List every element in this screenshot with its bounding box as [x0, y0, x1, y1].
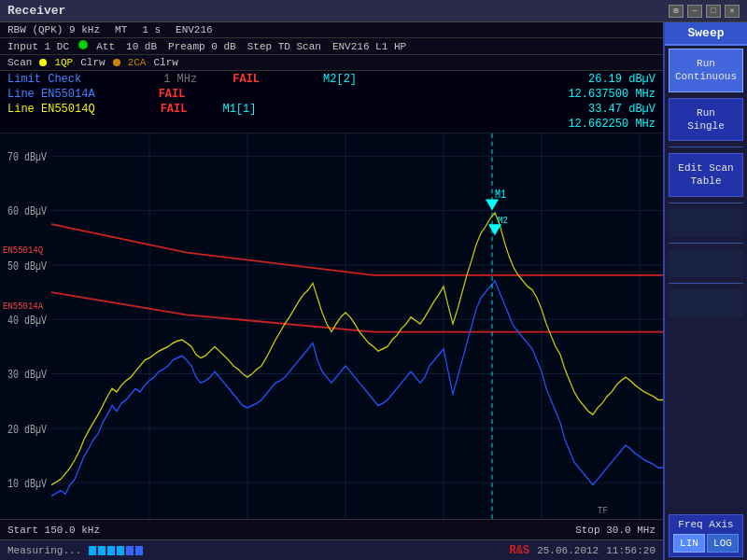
svg-text:60 dBµV: 60 dBµV [7, 206, 47, 218]
freq-label: 1 MHz [163, 73, 197, 86]
marker-1qp: 1QP [54, 57, 73, 68]
clock: 11:56:20 [606, 545, 655, 556]
sweep-header: Sweep [665, 22, 747, 46]
line-en55014a: Line EN55014A [7, 88, 95, 101]
info-bar2: Input 1 DC Att 10 dB Preamp 0 dB Step TD… [0, 38, 663, 55]
datetime: 25.06.2012 [537, 545, 599, 556]
info-bar: RBW (QPK) 9 kHz MT 1 s ENV216 [0, 22, 663, 38]
chart-area: 70 dBµV 60 dBµV 50 dBµV 40 dBµV 30 dBµV … [0, 133, 663, 519]
limit-check-label: Limit Check [7, 73, 81, 86]
grid-icon[interactable]: ⊞ [669, 5, 684, 18]
marker-2ca: 2CA [128, 57, 147, 68]
svg-text:50 dBµV: 50 dBµV [7, 260, 47, 273]
lin-btn[interactable]: LIN [673, 534, 705, 553]
svg-text:EN55014Q: EN55014Q [3, 245, 43, 256]
start-freq: Start 150.0 kHz [7, 525, 100, 536]
scan-label: Scan [7, 57, 32, 68]
seg2 [98, 546, 106, 555]
m1-value: 33.47 dBµV [568, 103, 655, 116]
divider4 [669, 283, 743, 284]
svg-text:M2: M2 [498, 215, 508, 226]
status-bar: Measuring... R&S 25.06.2012 11:56:20 [0, 539, 663, 560]
svg-text:70 dBµV: 70 dBµV [7, 151, 47, 163]
freq-axis-label: Freq Axis [673, 519, 739, 530]
title-bar-controls: ⊞ ─ □ ✕ [669, 5, 740, 18]
fail3: FAIL [161, 103, 188, 116]
svg-text:10 dBµV: 10 dBµV [7, 478, 47, 490]
freq-axis-btns: LIN LOG [673, 534, 739, 553]
m1-freq: 12.662250 MHz [568, 118, 655, 131]
rbw-info: RBW (QPK) 9 kHz [7, 24, 100, 35]
m1-label: M1[1] [222, 103, 256, 116]
measuring-label: Measuring... [7, 545, 81, 556]
measurement-display: Limit Check 1 MHz FAIL M2[2] Line EN5501… [0, 71, 663, 133]
svg-text:30 dBµV: 30 dBµV [7, 370, 47, 382]
meas-left: Limit Check 1 MHz FAIL M2[2] Line EN5501… [7, 73, 357, 131]
logo-text: R&S [510, 544, 530, 557]
title-bar: Receiver ⊞ ─ □ ✕ [0, 0, 747, 22]
svg-rect-0 [0, 133, 663, 519]
empty-btn2 [669, 249, 743, 277]
env-info: ENV216 [176, 24, 213, 35]
right-panel: Sweep Run Continuous Run Single Edit Sca… [663, 22, 747, 560]
scan-bar: Scan 1QP Clrw 2CA Clrw [0, 55, 663, 71]
fail2: FAIL [159, 88, 186, 101]
divider1 [669, 147, 743, 147]
stop-freq: Stop 30.0 MHz [575, 525, 655, 536]
svg-text:20 dBµV: 20 dBµV [7, 424, 47, 436]
btn-spacer [665, 320, 747, 511]
close-btn[interactable]: ✕ [725, 5, 740, 18]
log-btn[interactable]: LOG [707, 534, 739, 553]
divider3 [669, 243, 743, 244]
svg-text:TF: TF [598, 505, 608, 516]
env2-info: ENV216 L1 HP [332, 41, 406, 52]
seg6 [135, 546, 143, 555]
main-layout: RBW (QPK) 9 kHz MT 1 s ENV216 Input 1 DC… [0, 22, 747, 560]
fail1: FAIL [233, 73, 260, 86]
seg4 [117, 546, 124, 555]
m2-freq: 12.637500 MHz [568, 88, 655, 101]
clrw-1: Clrw [80, 57, 105, 68]
input-info: Input 1 DC Att [7, 40, 115, 52]
freq-axis-area: Freq Axis LIN LOG [669, 514, 743, 557]
minimize-btn[interactable]: ─ [687, 5, 702, 18]
preamp-info: Preamp 0 dB [168, 41, 236, 52]
empty-btn3 [669, 289, 743, 317]
seg5 [126, 546, 134, 555]
meas-right: 26.19 dBµV 12.637500 MHz 33.47 dBµV 12.6… [568, 73, 655, 131]
dot-2ca [113, 59, 120, 66]
m2-value: 26.19 dBµV [568, 73, 655, 86]
clrw-2: Clrw [153, 57, 177, 68]
svg-text:EN55014A: EN55014A [3, 301, 43, 313]
time-info: 1 s [142, 24, 161, 35]
spectrum-chart: 70 dBµV 60 dBµV 50 dBµV 40 dBµV 30 dBµV … [0, 133, 663, 519]
line-en55014q: Line EN55014Q [7, 103, 95, 116]
edit-scan-table-btn[interactable]: Edit Scan Table [669, 153, 743, 197]
mt-info: MT [115, 24, 127, 35]
progress-bar [89, 546, 143, 555]
seg3 [107, 546, 115, 555]
run-continuous-btn[interactable]: Run Continuous [669, 49, 743, 92]
step-info: Step TD Scan [247, 41, 321, 52]
app-title: Receiver [7, 4, 65, 18]
att-val: 10 dB [126, 41, 157, 52]
seg1 [89, 546, 96, 555]
run-single-btn[interactable]: Run Single [669, 98, 743, 142]
svg-text:M1: M1 [495, 189, 506, 201]
bottom-bar: Start 150.0 kHz Stop 30.0 MHz [0, 519, 663, 539]
empty-btn1 [669, 209, 743, 237]
svg-text:40 dBµV: 40 dBµV [7, 315, 47, 327]
spectrum-panel: RBW (QPK) 9 kHz MT 1 s ENV216 Input 1 DC… [0, 22, 663, 560]
maximize-btn[interactable]: □ [706, 5, 721, 18]
divider2 [669, 203, 743, 203]
m2-label: M2[2] [323, 73, 357, 86]
dot-1qp [39, 59, 47, 66]
